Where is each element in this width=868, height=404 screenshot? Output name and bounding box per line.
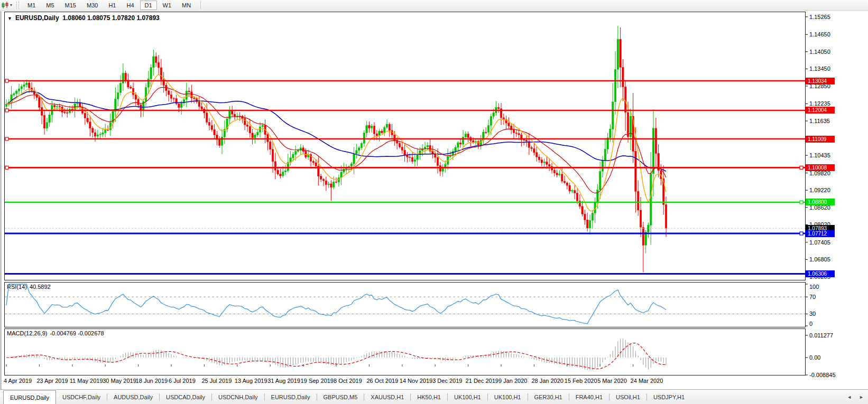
date-axis-label[interactable]: 30 May 2019: [103, 378, 136, 384]
date-axis-label[interactable]: 6 Jul 2019: [169, 378, 196, 384]
price-axis-tick[interactable]: 1.11635: [809, 118, 830, 124]
date-axis-label[interactable]: 3 Dec 2019: [432, 378, 462, 384]
price-axis-tick[interactable]: 1.10435: [809, 152, 830, 158]
level-price-tag: 1.10008: [806, 164, 835, 171]
macd-axis-tick[interactable]: 0.011277: [809, 332, 833, 339]
macd-label: MACD(12,26,9)-0.004769 -0.002678: [7, 330, 104, 336]
macd-values: -0.004769 -0.002678: [50, 330, 104, 336]
date-axis-label[interactable]: 28 Jan 2020: [531, 378, 564, 384]
price-axis-tick[interactable]: 1.07405: [809, 239, 830, 246]
candles-layer: [5, 26, 667, 273]
macd-axis-tick[interactable]: -0.008845: [809, 372, 836, 378]
rsi-value: 40.5892: [30, 284, 51, 290]
date-axis-label[interactable]: 4 Apr 2019: [4, 378, 32, 384]
date-axis-label[interactable]: 24 Mar 2020: [631, 378, 663, 384]
level-price-tag: 1.07712: [806, 230, 835, 237]
rsi-layer: [5, 284, 805, 324]
price-axis-tick[interactable]: 1.13450: [809, 65, 830, 72]
date-axis-label[interactable]: 18 Jun 2019: [136, 378, 168, 384]
rsi-axis-tick[interactable]: 30: [809, 311, 816, 317]
chart-tab-eurusd-daily[interactable]: EURUSD,Daily: [3, 390, 56, 404]
date-axis-label[interactable]: 9 Jan 2020: [498, 378, 527, 384]
price-axis-tick[interactable]: 1.15265: [809, 14, 830, 20]
date-axis-label[interactable]: 13 Aug 2019: [235, 378, 267, 384]
level-price-tag: 1.08800: [806, 199, 835, 205]
price-axis-tick[interactable]: 1.14050: [809, 49, 830, 55]
date-axis-label[interactable]: 21 Dec 2019: [466, 378, 498, 384]
date-axis-label[interactable]: 8 Oct 2019: [334, 378, 362, 384]
date-axis-label[interactable]: 19 Sep 2019: [301, 378, 334, 384]
price-axis-tick[interactable]: 1.06805: [809, 256, 830, 262]
price-axis-tick[interactable]: 1.12235: [809, 100, 830, 107]
date-axis-label[interactable]: 5 Mar 2020: [597, 378, 627, 384]
price-axis-tick[interactable]: 1.09220: [809, 187, 830, 193]
rsi-label: RSI(14)40.5892: [7, 284, 51, 290]
rsi-axis-tick[interactable]: 100: [809, 284, 819, 290]
macd-axis-tick[interactable]: 0.00: [809, 354, 820, 361]
level-lines[interactable]: [5, 79, 805, 274]
date-axis-label[interactable]: 15 Feb 2020: [565, 378, 597, 384]
rsi-axis-tick[interactable]: 70: [809, 294, 816, 300]
level-price-tag: 1.11009: [806, 136, 835, 143]
chart-quotes: 1.08060 1.08075 1.07820 1.07893: [62, 14, 160, 22]
rsi-axis-tick[interactable]: 0: [809, 321, 812, 327]
date-axis-label[interactable]: 14 Nov 2019: [400, 378, 432, 384]
date-axis-label[interactable]: 23 Apr 2019: [36, 378, 68, 384]
level-price-tag: 1.12004: [806, 107, 835, 114]
level-price-tag: 1.06306: [806, 270, 835, 277]
chart-window: ▼EURUSD,Daily 1.08060 1.08075 1.07820 1.…: [0, 11, 868, 389]
axis-ticks: [6, 17, 808, 375]
chart-graphics: [0, 0, 868, 404]
level-price-tag: 1.13034: [806, 78, 835, 84]
trading-terminal: ▾ M1M5M15M30H1H4D1W1MN ▼EURUSD,Daily 1.0…: [0, 0, 868, 404]
chart-symbol-label: EURUSD,Daily: [15, 14, 59, 22]
date-axis-label[interactable]: 26 Oct 2019: [366, 378, 398, 384]
price-axis-tick[interactable]: 1.14650: [809, 31, 830, 37]
date-axis-label[interactable]: 11 May 2019: [70, 378, 103, 384]
date-axis-label[interactable]: 25 Jul 2019: [201, 378, 232, 384]
symbol-dropdown-icon[interactable]: ▼: [7, 16, 12, 21]
date-axis-label[interactable]: 31 Aug 2019: [267, 378, 300, 384]
chart-title[interactable]: ▼EURUSD,Daily 1.08060 1.08075 1.07820 1.…: [7, 14, 160, 22]
